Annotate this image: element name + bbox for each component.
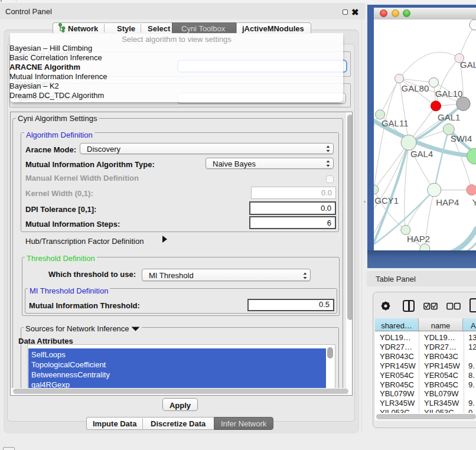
svg-text:SWI4: SWI4 [451, 133, 472, 144]
svg-text:GAL80: GAL80 [402, 83, 429, 93]
svg-text:YJR048W: YJR048W [472, 197, 476, 207]
svg-text:GCY1: GCY1 [374, 195, 399, 206]
svg-text:GAL10: GAL10 [435, 89, 463, 99]
svg-text:GAL4: GAL4 [410, 149, 433, 159]
svg-text:GAL1: GAL1 [438, 112, 460, 122]
svg-text:GAL7: GAL7 [460, 60, 476, 70]
svg-text:HAP2: HAP2 [407, 234, 430, 244]
svg-text:GAL11: GAL11 [382, 118, 409, 128]
svg-text:HAP4: HAP4 [436, 197, 459, 207]
